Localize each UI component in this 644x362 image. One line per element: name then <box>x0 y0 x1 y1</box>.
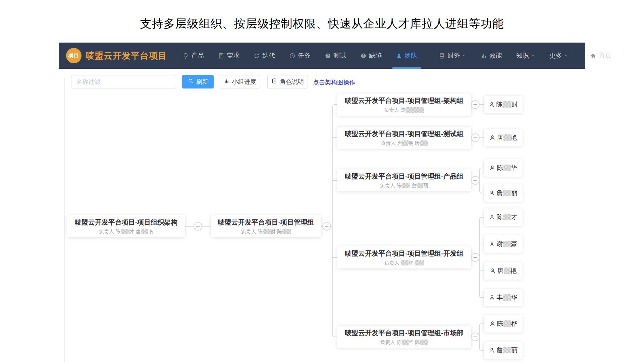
search-icon <box>188 78 194 85</box>
collapse-toggle[interactable] <box>471 176 480 185</box>
document-icon <box>218 53 224 59</box>
question-circle-icon: ? <box>360 53 367 59</box>
org-node-manager[interactable]: 唛盟云开发平台项目-项目管理组负责人 陈财 陈 <box>211 215 321 237</box>
org-node-root[interactable]: 唛盟云开发平台项目-项目组织架构负责人 陈才 唐艳 <box>67 215 185 237</box>
member-name-text: 华 <box>511 294 518 301</box>
censored-text <box>263 229 271 234</box>
member-name-text: 陈 <box>497 214 503 221</box>
org-node-group[interactable]: 唛盟云开发平台项目-项目管理组-测试组负责人 唐艳 唐 <box>337 127 471 149</box>
person-outline-icon <box>489 214 495 220</box>
member-name: 陈桦 <box>497 319 517 328</box>
member-card[interactable]: 陈财 <box>484 96 523 113</box>
nav-item-知识[interactable]: 知识 <box>512 43 539 69</box>
org-node-title: 唛盟云开发平台项目-项目管理组-测试组 <box>345 129 463 138</box>
nav-item-需求[interactable]: 需求 <box>214 43 244 69</box>
member-name: 陈财 <box>496 100 518 109</box>
nav-item-缺陷[interactable]: ?缺陷 <box>356 43 386 69</box>
nav-item-产品[interactable]: 产品 <box>178 43 208 69</box>
nav-item-label: 更多 <box>549 51 562 60</box>
owner-text: 财 陈 <box>271 229 282 234</box>
person-outline-icon <box>489 321 495 327</box>
member-name-text: 詹 <box>496 347 503 354</box>
refresh-button[interactable]: 刷新 <box>182 75 214 88</box>
collapse-toggle[interactable] <box>322 222 331 231</box>
member-name-text: 艳 <box>511 134 517 141</box>
org-node-group[interactable]: 唛盟云开发平台项目-项目管理组-市场部负责人 陈华 陈 <box>337 326 471 348</box>
censored-text <box>417 183 423 188</box>
censored-text <box>401 260 408 265</box>
nav-item-测试[interactable]: ?测试 <box>321 43 350 69</box>
project-logo[interactable]: 项目 <box>66 48 82 63</box>
org-node-group[interactable]: 唛盟云开发平台项目-项目管理组-开发组负责人 财 <box>337 246 471 268</box>
content-left-border <box>64 78 65 362</box>
nav-item-更多[interactable]: 更多 <box>545 43 573 69</box>
person-outline-icon <box>489 165 495 171</box>
clock-icon <box>289 53 296 59</box>
nav-item-效能[interactable]: 效能 <box>477 43 506 69</box>
collapse-toggle[interactable] <box>471 333 480 341</box>
member-card[interactable]: 陈华 <box>484 159 523 177</box>
nav-item-团队[interactable]: 团队 <box>392 43 421 69</box>
nav-item-label: 知识 <box>516 51 529 60</box>
member-name: 陈才 <box>497 213 518 222</box>
member-name: 谢豪 <box>497 240 518 248</box>
group-progress-button[interactable]: 小组进度 <box>220 75 260 88</box>
censored-text <box>503 134 511 141</box>
member-card[interactable]: 唐艳 <box>484 262 523 280</box>
org-node-group[interactable]: 唛盟云开发平台项目-项目管理组-产品组负责人 陈 詹丽 <box>337 169 471 191</box>
nav-item-label: 任务 <box>298 51 311 60</box>
screenshot-root: 支持多层级组织、按层级控制权限、快速从企业人才库拉人进组等功能 项目 唛盟云开发… <box>0 0 644 362</box>
nav-item-首页[interactable]: 首页 <box>586 43 615 69</box>
collapse-toggle[interactable] <box>471 100 480 109</box>
org-node-title: 唛盟云开发平台项目-项目组织架构 <box>75 218 178 227</box>
owner-text: 丽 <box>423 183 428 188</box>
censored-text <box>406 107 424 113</box>
nav-item-任务[interactable]: 任务 <box>285 43 315 69</box>
censored-text <box>503 214 511 220</box>
member-name-text: 财 <box>512 101 518 108</box>
censored-text <box>402 140 408 146</box>
nav-item-label: 团队 <box>405 51 417 60</box>
member-name-text: 唐 <box>497 134 503 141</box>
censored-text <box>503 190 512 196</box>
org-node-title: 唛盟云开发平台项目-项目管理组-市场部 <box>345 328 463 338</box>
nav-item-迭代[interactable]: 迭代 <box>250 43 279 69</box>
name-filter-input[interactable] <box>71 75 176 88</box>
owner-text: 詹 <box>410 183 417 188</box>
collapse-toggle[interactable] <box>471 253 480 262</box>
member-card[interactable]: 詹丽 <box>484 342 523 359</box>
member-name-text: 丰 <box>497 294 503 301</box>
member-card[interactable]: 谢豪 <box>484 235 523 253</box>
project-name: 唛盟云开发平台项目 <box>86 50 167 62</box>
member-name: 唐艳 <box>497 133 517 142</box>
org-node-group[interactable]: 唛盟云开发平台项目-项目管理组-架构组负责人 陈 <box>337 94 471 116</box>
chart-operate-link[interactable]: 点击架构图操作 <box>313 78 355 86</box>
top-navbar: 项目 唛盟云开发平台项目 产品需求迭代任务?测试?缺陷团队财务效能知识更多首页 <box>59 43 585 69</box>
member-card[interactable]: 詹丽 <box>484 184 523 202</box>
org-node-owner: 负责人 财 <box>384 260 424 266</box>
nav-item-财务[interactable]: 财务 <box>435 43 471 69</box>
owner-text: 负责人 陈 <box>380 339 402 345</box>
role-description-button[interactable]: 角色说明 <box>267 75 308 88</box>
page-title: 支持多层级组织、按层级控制权限、快速从企业人才库拉人进组等功能 <box>0 16 644 32</box>
member-card[interactable]: 陈桦 <box>484 315 523 333</box>
person-outline-icon <box>489 347 495 353</box>
owner-text: 负责人 陈 <box>384 107 406 113</box>
owner-text: 负责人 唐 <box>381 140 402 146</box>
member-card[interactable]: 陈才 <box>484 208 523 226</box>
bar-chart-icon <box>481 53 487 59</box>
owner-text: 负责人 <box>384 260 401 265</box>
censored-text <box>503 241 511 247</box>
member-name: 唐艳 <box>497 266 517 275</box>
caret-down-icon <box>564 53 569 58</box>
owner-text: 负责人 陈 <box>380 183 401 188</box>
collapse-toggle[interactable] <box>194 222 202 231</box>
member-card[interactable]: 唐艳 <box>484 129 523 146</box>
member-name-text: 华 <box>511 164 517 171</box>
member-name: 丰华 <box>497 293 518 302</box>
member-card[interactable]: 丰华 <box>484 289 523 306</box>
caret-down-icon <box>531 53 535 58</box>
caret-down-icon <box>462 53 467 58</box>
collapse-toggle[interactable] <box>471 133 480 142</box>
censored-text <box>504 267 511 274</box>
